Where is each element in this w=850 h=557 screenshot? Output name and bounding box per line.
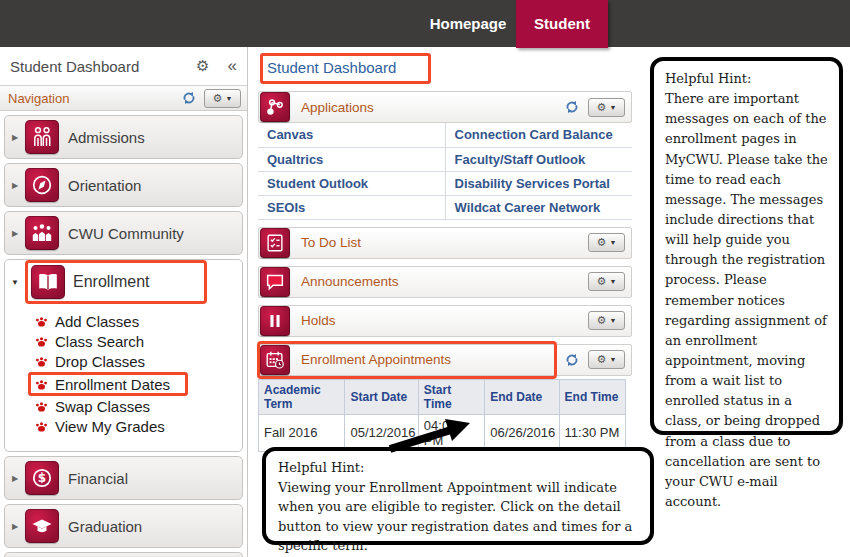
table-row: SEOIs Wildcat Career Network [258, 195, 632, 219]
navigation-options-button[interactable]: ⚙▼ [204, 89, 241, 108]
link-disability-services-portal[interactable]: Disability Services Portal [445, 171, 632, 195]
sidebar-item-financial[interactable]: ▶ $ Financial [4, 456, 243, 500]
holds-header: Holds ⚙▼ [258, 305, 632, 337]
chevron-right-icon: ▶ [5, 133, 25, 142]
pagelet-options-button[interactable]: ⚙▼ [588, 233, 625, 252]
page-title-highlight-box: Student Dashboard [260, 53, 431, 84]
submenu-label: Add Classes [55, 313, 139, 330]
applications-links-grid: Canvas Connection Card Balance Qualtrics… [258, 123, 632, 220]
sidebar-group-enrollment: ▼ Enrollment Add Classes Class Search [4, 259, 243, 452]
pagelet-options-button[interactable]: ⚙▼ [588, 350, 625, 369]
hint-title: Helpful Hint: [278, 458, 638, 478]
sidebar-item-partial [4, 552, 243, 557]
link-faculty-staff-outlook[interactable]: Faculty/Staff Outlook [445, 147, 632, 171]
sidebar-item-orientation[interactable]: ▶ Orientation [4, 163, 243, 207]
pagelet-options-button[interactable]: ⚙▼ [588, 98, 625, 117]
sidebar-item-label: CWU Community [68, 225, 184, 242]
link-student-outlook[interactable]: Student Outlook [258, 171, 445, 195]
link-wildcat-career-network[interactable]: Wildcat Career Network [445, 195, 632, 219]
refresh-icon[interactable] [565, 100, 579, 114]
gear-icon: ⚙ [597, 101, 607, 114]
table-row: Canvas Connection Card Balance [258, 123, 632, 147]
enrollment-highlight-box: Enrollment [25, 260, 207, 304]
chevron-down-icon: ▼ [609, 104, 616, 111]
refresh-icon[interactable] [565, 353, 579, 367]
cell-end-date: 06/26/2016 [485, 414, 559, 451]
hint-body: Viewing your Enrollment Appointment will… [278, 480, 632, 554]
sidebar-item-swap-classes[interactable]: Swap Classes [35, 397, 242, 416]
col-end-date: End Date [485, 379, 559, 414]
paw-icon [35, 335, 48, 348]
chevron-down-icon: ▼ [225, 95, 232, 102]
hint-body: There are important messages on each of … [665, 91, 828, 509]
sidebar-item-class-search[interactable]: Class Search [35, 332, 242, 351]
sidebar-item-label: Orientation [68, 177, 141, 194]
chevron-down-icon: ▼ [609, 317, 616, 324]
submenu-label: Class Search [55, 333, 144, 350]
table-row: Student Outlook Disability Services Port… [258, 171, 632, 195]
gear-icon[interactable]: ⚙ [196, 57, 209, 75]
page-title: Student Dashboard [267, 59, 396, 76]
section-todo-list: To Do List ⚙▼ [258, 227, 632, 259]
paw-icon [35, 400, 48, 413]
top-navigation-bar: Homepage Student [0, 0, 850, 47]
helpful-hint-right: Helpful Hint: There are important messag… [650, 57, 843, 435]
pagelet-options-button[interactable]: ⚙▼ [588, 311, 625, 330]
applications-header: Applications ⚙▼ [258, 91, 632, 123]
submenu-label: Enrollment Dates [55, 376, 170, 393]
paw-icon [35, 420, 48, 433]
tab-student[interactable]: Student [516, 0, 608, 48]
tab-homepage[interactable]: Homepage [422, 0, 514, 47]
link-canvas[interactable]: Canvas [258, 123, 445, 147]
todo-list-header: To Do List ⚙▼ [258, 227, 632, 259]
chevron-right-icon: ▶ [5, 522, 25, 531]
open-book-icon [31, 265, 65, 299]
sidebar-item-cwu-community[interactable]: ▶ CWU Community [4, 211, 243, 255]
link-seois[interactable]: SEOIs [258, 195, 445, 219]
section-title: Enrollment Appointments [301, 352, 451, 367]
admissions-people-icon [25, 120, 59, 154]
chevron-down-icon: ▼ [609, 278, 616, 285]
sidebar-item-label: Graduation [68, 518, 142, 535]
graduation-cap-icon [25, 509, 59, 543]
col-start-date: Start Date [345, 379, 418, 414]
table-row: Qualtrics Faculty/Staff Outlook [258, 147, 632, 171]
section-announcements: Announcements ⚙▼ [258, 266, 632, 298]
network-nodes-icon [260, 92, 290, 122]
gear-icon: ⚙ [597, 275, 607, 288]
chevron-down-icon: ▼ [609, 356, 616, 363]
sidebar-item-enrollment-dates[interactable]: Enrollment Dates [28, 372, 188, 396]
gear-icon: ⚙ [597, 353, 607, 366]
section-title: Holds [301, 313, 336, 328]
main-content: Student Dashboard Applications ⚙▼ Canvas… [258, 47, 632, 480]
chevron-right-icon: ▶ [5, 229, 25, 238]
sidebar-menu: ▶ Admissions ▶ Orientation ▶ [0, 111, 247, 557]
navigation-pagelet-header: Navigation ⚙▼ [0, 85, 247, 111]
sidebar-item-add-classes[interactable]: Add Classes [35, 312, 242, 331]
checklist-icon [260, 228, 290, 258]
speech-bubble-icon [260, 267, 290, 297]
sidebar-item-view-my-grades[interactable]: View My Grades [35, 417, 242, 436]
paw-icon [35, 378, 48, 391]
chevron-right-icon: ▶ [5, 474, 25, 483]
dollar-icon: $ [25, 461, 59, 495]
link-qualtrics[interactable]: Qualtrics [258, 147, 445, 171]
link-connection-card-balance[interactable]: Connection Card Balance [445, 123, 632, 147]
section-title: Applications [301, 100, 374, 115]
sidebar-item-graduation[interactable]: ▶ Graduation [4, 504, 243, 548]
cell-start-time: 04:00 PM [418, 414, 484, 451]
sidebar-item-enrollment[interactable]: ▼ Enrollment [5, 260, 242, 304]
pagelet-options-button[interactable]: ⚙▼ [588, 272, 625, 291]
svg-text:$: $ [38, 471, 46, 485]
collapse-sidebar-icon[interactable]: « [228, 56, 237, 76]
gear-icon: ⚙ [597, 314, 607, 327]
sidebar-item-admissions[interactable]: ▶ Admissions [4, 115, 243, 159]
cell-academic-term: Fall 2016 [259, 414, 345, 451]
sidebar-item-drop-classes[interactable]: Drop Classes [35, 352, 242, 371]
col-start-time: Start Time [418, 379, 484, 414]
sidebar-item-label: Enrollment [73, 273, 149, 291]
gear-icon: ⚙ [597, 236, 607, 249]
refresh-icon[interactable] [182, 91, 196, 105]
chevron-right-icon: ▶ [5, 181, 25, 190]
navigation-label: Navigation [8, 91, 182, 106]
